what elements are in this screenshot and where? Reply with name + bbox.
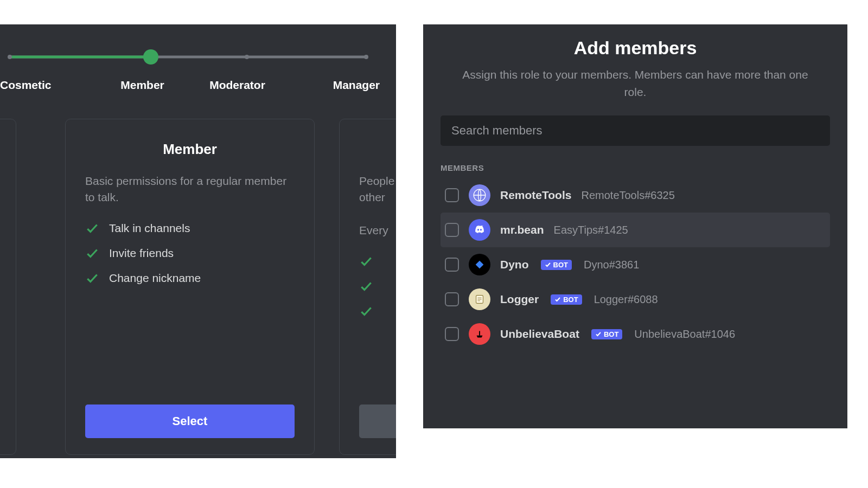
permission-list bbox=[359, 254, 396, 329]
check-icon bbox=[85, 246, 99, 260]
role-card-title: Moderator bbox=[359, 141, 396, 158]
member-tag: Dyno#3861 bbox=[584, 259, 639, 271]
role-card-title: Member bbox=[85, 141, 295, 158]
stepper-node-cosmetic[interactable] bbox=[8, 55, 12, 59]
check-icon bbox=[359, 279, 373, 293]
globe-icon bbox=[473, 188, 487, 202]
stepper-node-moderator[interactable] bbox=[245, 55, 249, 59]
avatar bbox=[469, 323, 490, 345]
stepper-node-member[interactable] bbox=[143, 49, 158, 65]
select-button[interactable]: Select bbox=[85, 404, 295, 438]
select-button[interactable]: Select bbox=[359, 404, 396, 438]
role-card-desc-line: other bbox=[359, 191, 385, 203]
svg-marker-1 bbox=[476, 261, 484, 269]
permission-item bbox=[359, 279, 396, 293]
dyno-logo-icon bbox=[474, 259, 486, 271]
permission-label: Talk in channels bbox=[109, 222, 190, 235]
member-checkbox[interactable] bbox=[445, 327, 459, 341]
scroll-icon bbox=[474, 293, 486, 305]
member-row[interactable]: LoggerBOTLogger#6088 bbox=[441, 282, 830, 317]
boat-icon bbox=[474, 328, 486, 340]
stepper-label-manager[interactable]: Manager bbox=[285, 79, 396, 92]
check-icon bbox=[85, 221, 99, 235]
stepper-label-moderator[interactable]: Moderator bbox=[190, 79, 285, 92]
members-section-header: MEMBERS bbox=[441, 163, 830, 172]
member-name: Dyno bbox=[500, 258, 529, 271]
bot-badge-label: BOT bbox=[563, 296, 578, 304]
permission-item: Change nickname bbox=[85, 271, 295, 285]
role-type-panel: Cosmetic Member Moderator Manager Cosmet… bbox=[0, 24, 396, 458]
avatar bbox=[469, 184, 490, 206]
member-tag: RemoteTools#6325 bbox=[581, 189, 674, 202]
role-stepper[interactable] bbox=[0, 50, 396, 63]
verified-check-icon bbox=[554, 296, 561, 303]
role-card-desc-line: People bbox=[359, 175, 394, 187]
member-tag: EasyTips#1425 bbox=[554, 224, 628, 236]
verified-check-icon bbox=[595, 331, 602, 337]
role-card-moderator[interactable]: Moderator People other Every Select bbox=[339, 119, 396, 455]
permission-item bbox=[359, 304, 396, 318]
member-checkbox[interactable] bbox=[445, 292, 459, 306]
stepper-label-cosmetic[interactable]: Cosmetic bbox=[0, 79, 95, 92]
svg-rect-7 bbox=[479, 331, 480, 336]
role-cards-row: Cosmetic bels Select Member Basic permis… bbox=[0, 119, 396, 455]
member-tag: UnbelievaBoat#1046 bbox=[634, 328, 735, 341]
role-card-desc: Basic permissions for a regular member t… bbox=[85, 173, 295, 206]
member-row[interactable]: RemoteToolsRemoteTools#6325 bbox=[441, 178, 830, 213]
role-card-desc: People other Every bbox=[359, 173, 396, 239]
member-checkbox[interactable] bbox=[445, 188, 459, 202]
member-row[interactable]: mr.beanEasyTips#1425 bbox=[441, 213, 830, 247]
member-name: UnbelievaBoat bbox=[500, 328, 579, 341]
permission-item bbox=[359, 254, 396, 268]
members-list: RemoteToolsRemoteTools#6325mr.beanEasyTi… bbox=[441, 178, 830, 351]
search-members-input[interactable] bbox=[441, 115, 830, 146]
avatar bbox=[469, 219, 490, 241]
member-name: mr.bean bbox=[500, 223, 544, 236]
role-card-member: Member Basic permissions for a regular m… bbox=[65, 119, 315, 455]
permission-item: Invite friends bbox=[85, 246, 295, 260]
bot-badge-label: BOT bbox=[553, 261, 568, 269]
member-row[interactable]: DynoBOTDyno#3861 bbox=[441, 247, 830, 282]
bot-badge: BOT bbox=[591, 329, 622, 339]
stepper-node-manager[interactable] bbox=[364, 55, 368, 59]
role-card-cosmetic[interactable]: Cosmetic bels Select bbox=[0, 119, 16, 455]
add-members-title: Add members bbox=[441, 37, 830, 59]
bot-badge: BOT bbox=[551, 294, 582, 305]
permission-list: Talk in channels Invite friends Change n… bbox=[85, 221, 295, 296]
member-name: RemoteTools bbox=[500, 189, 571, 202]
check-icon bbox=[85, 271, 99, 285]
role-card-desc-line: Every bbox=[359, 224, 388, 236]
avatar bbox=[469, 288, 490, 310]
stepper-fill bbox=[10, 56, 151, 59]
bot-badge: BOT bbox=[541, 260, 572, 270]
permission-label: Change nickname bbox=[109, 272, 201, 285]
member-row[interactable]: UnbelievaBoatBOTUnbelievaBoat#1046 bbox=[441, 317, 830, 351]
stepper-labels: Cosmetic Member Moderator Manager bbox=[0, 79, 396, 92]
check-icon bbox=[359, 254, 373, 268]
permission-label: Invite friends bbox=[109, 247, 174, 260]
member-tag: Logger#6088 bbox=[594, 293, 658, 306]
permission-item: Talk in channels bbox=[85, 221, 295, 235]
member-checkbox[interactable] bbox=[445, 258, 459, 272]
verified-check-icon bbox=[545, 261, 551, 268]
add-members-subtitle: Assign this role to your members. Member… bbox=[441, 66, 830, 100]
add-members-panel: Add members Assign this role to your mem… bbox=[423, 24, 847, 428]
discord-logo-icon bbox=[473, 223, 486, 236]
member-name: Logger bbox=[500, 293, 539, 306]
member-checkbox[interactable] bbox=[445, 223, 459, 237]
avatar bbox=[469, 254, 490, 275]
bot-badge-label: BOT bbox=[604, 330, 618, 338]
check-icon bbox=[359, 304, 373, 318]
stepper-label-member[interactable]: Member bbox=[95, 79, 190, 92]
